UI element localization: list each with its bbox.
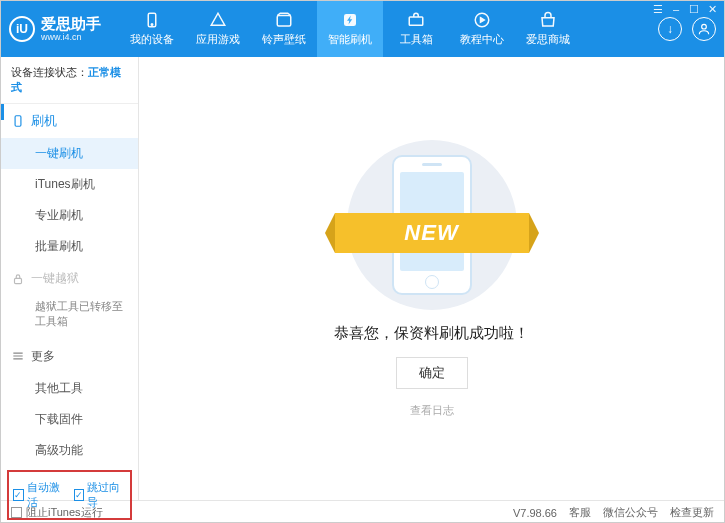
main-content: NEW 恭喜您，保资料刷机成功啦！ 确定 查看日志	[139, 57, 724, 500]
checkbox-icon	[11, 507, 22, 518]
conn-label: 设备连接状态：	[11, 66, 88, 78]
download-icon: ↓	[667, 22, 673, 36]
header: iU 爱思助手 www.i4.cn 我的设备 应用游戏 铃声壁纸 智能刷机 工具…	[1, 1, 724, 57]
sidebar: 设备连接状态：正常模式 刷机 一键刷机 iTunes刷机 专业刷机 批量刷机 一…	[1, 57, 139, 500]
nav-label: 工具箱	[400, 32, 433, 47]
active-indicator	[1, 104, 4, 120]
nav-tutorial[interactable]: 教程中心	[449, 1, 515, 57]
nav-label: 爱思商城	[526, 32, 570, 47]
store-icon	[539, 11, 557, 29]
nav-label: 智能刷机	[328, 32, 372, 47]
sidebar-batch-flash[interactable]: 批量刷机	[1, 231, 138, 262]
nav-store[interactable]: 爱思商城	[515, 1, 581, 57]
section-title: 刷机	[31, 112, 57, 130]
check-icon: ✓	[74, 489, 85, 501]
checkbox-label: 阻止iTunes运行	[26, 505, 103, 520]
svg-rect-8	[15, 278, 22, 283]
nav-label: 铃声壁纸	[262, 32, 306, 47]
sidebar-itunes-flash[interactable]: iTunes刷机	[1, 169, 138, 200]
sidebar-one-click-flash[interactable]: 一键刷机	[1, 138, 138, 169]
nav-label: 我的设备	[130, 32, 174, 47]
success-message: 恭喜您，保资料刷机成功啦！	[334, 324, 529, 343]
svg-point-1	[151, 24, 153, 26]
svg-point-6	[702, 24, 707, 29]
svg-rect-2	[277, 16, 291, 27]
menu-icon[interactable]: ☰	[651, 2, 665, 16]
user-button[interactable]	[692, 17, 716, 41]
success-illustration: NEW	[347, 140, 517, 310]
nav-ringtone[interactable]: 铃声壁纸	[251, 1, 317, 57]
check-update-link[interactable]: 检查更新	[670, 505, 714, 520]
new-ribbon: NEW	[335, 213, 529, 253]
section-jailbreak: 一键越狱	[1, 262, 138, 295]
device-icon	[143, 11, 161, 29]
ok-button[interactable]: 确定	[396, 357, 468, 389]
sidebar-download-firmware[interactable]: 下载固件	[1, 404, 138, 435]
maximize-icon[interactable]: ☐	[687, 2, 701, 16]
nav: 我的设备 应用游戏 铃声壁纸 智能刷机 工具箱 教程中心 爱思商城	[119, 1, 658, 57]
tutorial-icon	[473, 11, 491, 29]
section-title: 一键越狱	[31, 270, 79, 287]
section-title: 更多	[31, 348, 55, 365]
sidebar-pro-flash[interactable]: 专业刷机	[1, 200, 138, 231]
section-flash[interactable]: 刷机	[1, 104, 138, 138]
check-icon: ✓	[13, 489, 24, 501]
lock-icon	[11, 272, 25, 286]
download-button[interactable]: ↓	[658, 17, 682, 41]
apps-icon	[209, 11, 227, 29]
version-label: V7.98.66	[513, 507, 557, 519]
svg-rect-7	[15, 116, 21, 127]
toolbox-icon	[407, 11, 425, 29]
svg-rect-4	[409, 17, 423, 25]
view-log-link[interactable]: 查看日志	[410, 403, 454, 418]
section-more[interactable]: 更多	[1, 340, 138, 373]
nav-flash[interactable]: 智能刷机	[317, 1, 383, 57]
user-icon	[697, 22, 711, 36]
nav-label: 应用游戏	[196, 32, 240, 47]
jailbreak-note: 越狱工具已转移至工具箱	[1, 295, 138, 340]
customer-service-link[interactable]: 客服	[569, 505, 591, 520]
brand-title: 爱思助手	[41, 16, 101, 32]
nav-label: 教程中心	[460, 32, 504, 47]
nav-apps[interactable]: 应用游戏	[185, 1, 251, 57]
list-icon	[11, 349, 25, 363]
close-icon[interactable]: ✕	[705, 2, 719, 16]
phone-icon	[11, 114, 25, 128]
brand-subtitle: www.i4.cn	[41, 32, 101, 42]
flash-icon	[341, 11, 359, 29]
media-icon	[275, 11, 293, 29]
sidebar-advanced[interactable]: 高级功能	[1, 435, 138, 466]
wechat-link[interactable]: 微信公众号	[603, 505, 658, 520]
sidebar-other-tools[interactable]: 其他工具	[1, 373, 138, 404]
minimize-icon[interactable]: –	[669, 2, 683, 16]
ribbon-text: NEW	[404, 220, 458, 246]
nav-my-device[interactable]: 我的设备	[119, 1, 185, 57]
logo-icon: iU	[9, 16, 35, 42]
checkbox-block-itunes[interactable]: 阻止iTunes运行	[11, 505, 103, 520]
logo: iU 爱思助手 www.i4.cn	[9, 16, 101, 42]
connection-status: 设备连接状态：正常模式	[1, 57, 138, 104]
nav-toolbox[interactable]: 工具箱	[383, 1, 449, 57]
